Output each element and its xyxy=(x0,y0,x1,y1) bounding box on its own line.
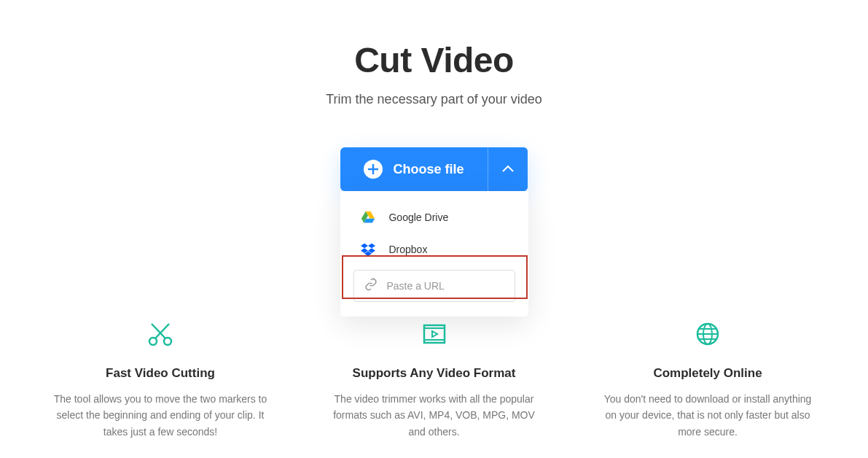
google-drive-label: Google Drive xyxy=(388,211,448,223)
svg-point-1 xyxy=(164,338,171,345)
choose-file-button-group: Choose file xyxy=(340,147,527,191)
dropbox-icon xyxy=(361,242,375,257)
feature-desc: The video trimmer works with all the pop… xyxy=(325,391,544,440)
plus-icon xyxy=(364,160,383,179)
choose-file-button[interactable]: Choose file xyxy=(340,147,487,191)
feature-desc: The tool allows you to move the two mark… xyxy=(51,391,270,440)
feature-video-format: Supports Any Video Format The video trim… xyxy=(325,321,544,440)
globe-icon xyxy=(598,321,817,347)
video-format-icon xyxy=(325,321,544,347)
chevron-up-icon xyxy=(502,163,514,176)
dropbox-label: Dropbox xyxy=(388,244,427,255)
feature-desc: You don't need to download or install an… xyxy=(598,391,817,440)
page-title: Cut Video xyxy=(0,40,868,80)
choose-file-label: Choose file xyxy=(393,162,464,177)
page-subtitle: Trim the necessary part of your video xyxy=(0,92,868,107)
feature-fast-cutting: Fast Video Cutting The tool allows you t… xyxy=(51,321,270,440)
feature-title: Completely Online xyxy=(598,366,817,381)
upload-dropdown: Google Drive Dropbox xyxy=(340,191,528,317)
chevron-toggle[interactable] xyxy=(488,147,528,191)
feature-title: Fast Video Cutting xyxy=(51,366,270,381)
google-drive-icon xyxy=(361,210,375,225)
feature-title: Supports Any Video Format xyxy=(325,366,544,381)
svg-point-0 xyxy=(149,338,157,345)
google-drive-option[interactable]: Google Drive xyxy=(340,201,528,233)
url-input-box[interactable] xyxy=(353,270,515,302)
dropbox-option[interactable]: Dropbox xyxy=(340,233,528,265)
feature-online: Completely Online You don't need to down… xyxy=(598,321,817,440)
link-icon xyxy=(364,278,378,294)
scissors-icon xyxy=(51,321,270,347)
url-input[interactable] xyxy=(386,280,514,292)
